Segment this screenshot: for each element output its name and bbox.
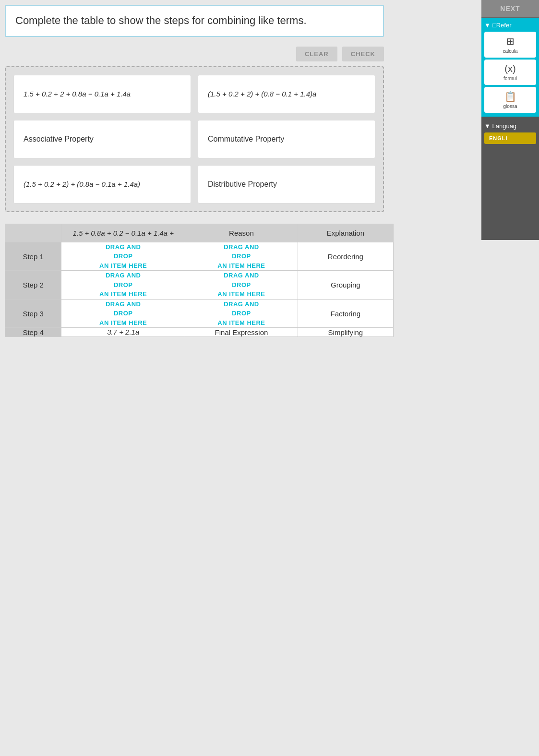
step2-expression-placeholder: DRAG ANDDROPAN ITEM HERE [61,271,185,299]
header-expression-text: 1.5 + 0.8a + 0.2 − 0.1a + 1.4a + [72,229,174,237]
col-header-explanation: Explanation [298,224,393,242]
drag-item-4[interactable]: Commutative Property [198,120,375,158]
table-section: 1.5 + 0.8a + 0.2 − 0.1a + 1.4a + Reason … [5,224,394,337]
calculator-icon: ⊞ [506,36,515,47]
language-title: ▼ Languag [484,122,536,130]
triangle-icon: ▼ [484,22,491,29]
formula-item[interactable]: (x) formul [484,60,536,85]
step3-expression-placeholder: DRAG ANDDROPAN ITEM HERE [61,300,185,328]
glossary-item[interactable]: 📋 glossa [484,87,536,113]
step3-label: Step 3 [5,299,61,328]
check-button[interactable]: CHECK [342,47,384,61]
step2-expression-drop[interactable]: DRAG ANDDROPAN ITEM HERE [61,271,185,300]
instruction-text: Complete the table to show the steps for… [15,13,373,28]
step1-explanation: Reordering [298,242,393,271]
drag-item-4-content: Commutative Property [208,135,284,144]
table-row: Step 3 DRAG ANDDROPAN ITEM HERE DRAG AND… [5,299,394,328]
drag-item-3-content: Associative Property [24,135,94,144]
col-header-reason: Reason [185,224,298,242]
drag-item-5[interactable]: (1.5 + 0.2 + 2) + (0.8a − 0.1a + 1.4a) [13,165,191,204]
steps-table: 1.5 + 0.8a + 0.2 − 0.1a + 1.4a + Reason … [5,224,394,337]
drag-item-3[interactable]: Associative Property [13,120,191,158]
language-panel: ▼ Languag ENGLI [481,119,539,148]
refer-items: ⊞ calcula (x) formul 📋 glossa [484,32,536,113]
drag-item-2[interactable]: (1.5 + 0.2 + 2) + (0.8 − 0.1 + 1.4)a [198,75,375,113]
refer-title: ▼ □Refer [484,22,536,29]
refer-label: □Refer [492,22,512,29]
step2-reason-drop[interactable]: DRAG ANDDROPAN ITEM HERE [185,271,298,300]
step1-reason-drop[interactable]: DRAG ANDDROPAN ITEM HERE [185,242,298,271]
col-header-expression: 1.5 + 0.8a + 0.2 − 0.1a + 1.4a + [61,224,185,242]
glossary-label: glossa [503,104,517,109]
drag-item-2-content: (1.5 + 0.2 + 2) + (0.8 − 0.1 + 1.4)a [208,90,316,98]
drag-item-1[interactable]: 1.5 + 0.2 + 2 + 0.8a − 0.1a + 1.4a [13,75,191,113]
step1-label: Step 1 [5,242,61,271]
drag-item-1-content: 1.5 + 0.2 + 2 + 0.8a − 0.1a + 1.4a [24,90,131,98]
drag-container: 1.5 + 0.2 + 2 + 0.8a − 0.1a + 1.4a (1.5 … [5,66,384,212]
header-reason-text: Reason [229,229,254,237]
step2-reason-placeholder: DRAG ANDDROPAN ITEM HERE [185,271,297,299]
step4-reason: Final Expression [185,328,298,337]
step1-expression-placeholder: DRAG ANDDROPAN ITEM HERE [61,242,185,271]
table-row: Step 1 DRAG ANDDROPAN ITEM HERE DRAG AND… [5,242,394,271]
header-explanation-text: Explanation [327,229,364,237]
table-row: Step 4 3.7 + 2.1a Final Expression Simpl… [5,328,394,337]
step4-expression: 3.7 + 2.1a [61,328,185,337]
step4-expression-text: 3.7 + 2.1a [107,328,139,336]
formula-icon: (x) [504,63,515,74]
step3-expression-drop[interactable]: DRAG ANDDROPAN ITEM HERE [61,299,185,328]
step4-label: Step 4 [5,328,61,337]
drag-item-5-content: (1.5 + 0.2 + 2) + (0.8a − 0.1a + 1.4a) [24,180,140,188]
calculator-label: calcula [503,48,517,54]
instruction-box: Complete the table to show the steps for… [5,5,384,37]
glossary-icon: 📋 [504,91,516,102]
action-bar: CLEAR CHECK [0,42,389,66]
drag-item-6-content: Distributive Property [208,180,277,189]
sidebar: NEXT ▼ □Refer ⊞ calcula (x) formul 📋 glo… [481,0,539,240]
drag-item-6[interactable]: Distributive Property [198,165,375,204]
calculator-item[interactable]: ⊞ calcula [484,32,536,58]
step4-explanation: Simplifying [298,328,393,337]
step3-reason-drop[interactable]: DRAG ANDDROPAN ITEM HERE [185,299,298,328]
table-row: Step 2 DRAG ANDDROPAN ITEM HERE DRAG AND… [5,271,394,300]
col-header-0 [5,224,61,242]
step2-explanation: Grouping [298,271,393,300]
step1-reason-placeholder: DRAG ANDDROPAN ITEM HERE [185,242,297,271]
step1-expression-drop[interactable]: DRAG ANDDROPAN ITEM HERE [61,242,185,271]
refer-panel: ▼ □Refer ⊞ calcula (x) formul 📋 glossa [481,18,539,117]
next-button[interactable]: NEXT [481,0,539,18]
formula-label: formul [503,76,517,81]
language-button[interactable]: ENGLI [484,132,536,144]
clear-button[interactable]: CLEAR [296,47,337,61]
step2-label: Step 2 [5,271,61,300]
step3-explanation: Factoring [298,299,393,328]
step3-reason-placeholder: DRAG ANDDROPAN ITEM HERE [185,300,297,328]
